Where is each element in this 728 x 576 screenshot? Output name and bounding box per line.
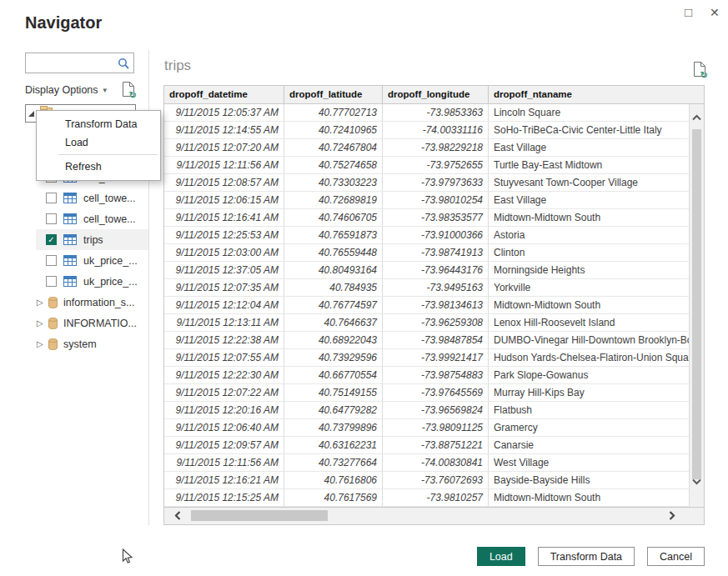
cell-dropoff_ntaname: Midtown-Midtown South: [489, 209, 690, 227]
scroll-down-icon[interactable]: [692, 478, 701, 485]
transform-data-button[interactable]: Transform Data: [538, 547, 635, 566]
cell-dropoff_longitude: -73.98229218: [383, 139, 489, 157]
cell-dropoff_ntaname: Stuyvesant Town-Cooper Village: [489, 174, 690, 192]
database-icon: [48, 318, 58, 329]
table-icon: [63, 276, 77, 287]
refresh-preview-icon[interactable]: ↻: [693, 62, 705, 77]
menu-separator: [58, 154, 158, 155]
cell-dropoff_longitude: -73.96443176: [383, 262, 489, 279]
cell-dropoff_longitude: -73.9495163: [383, 279, 489, 297]
column-header-dropoff_latitude[interactable]: dropoff_latitude: [284, 86, 383, 104]
scroll-right-icon[interactable]: [669, 511, 675, 520]
cell-dropoff_longitude: -73.99921417: [383, 349, 489, 367]
tree-item-information-s[interactable]: ▷information_s...: [36, 292, 148, 313]
cell-dropoff_latitude: 40.80493164: [284, 262, 383, 279]
cell-dropoff_datetime: 9/11/2015 12:03:00 AM: [164, 244, 284, 262]
search-box[interactable]: [25, 53, 134, 73]
checkbox[interactable]: [46, 255, 57, 266]
cell-dropoff_ntaname: Bayside-Bayside Hills: [489, 472, 690, 489]
cell-dropoff_ntaname: Lenox Hill-Roosevelt Island: [489, 314, 690, 332]
horizontal-scrollbar[interactable]: [164, 507, 704, 524]
checkbox[interactable]: [46, 213, 57, 224]
cell-dropoff_longitude: -73.91000366: [383, 227, 489, 244]
menu-item-refresh[interactable]: Refresh: [37, 158, 160, 176]
refresh-preview-icon[interactable]: ↻: [122, 82, 134, 97]
table-row: 9/11/2015 12:07:22 AM40.75149155-73.9764…: [164, 384, 690, 402]
collapse-icon[interactable]: [28, 111, 34, 117]
cell-dropoff_latitude: 40.73277664: [284, 454, 383, 472]
vertical-scrollbar[interactable]: [690, 104, 704, 507]
cell-dropoff_ntaname: Flatbush: [489, 402, 690, 419]
search-icon[interactable]: [118, 58, 129, 69]
cell-dropoff_latitude: 40.74606705: [284, 209, 383, 227]
tree-item-cell-towe[interactable]: cell_towe...: [36, 208, 148, 229]
tree-item-trips[interactable]: ✓trips: [36, 229, 148, 250]
cell-dropoff_ntaname: Astoria: [489, 227, 690, 244]
tree-item-uk-price[interactable]: uk_price_...: [36, 250, 148, 271]
tree-item-label: information_s...: [63, 297, 134, 308]
expand-icon[interactable]: ▷: [37, 298, 47, 307]
cell-dropoff_latitude: 40.63162231: [284, 437, 383, 454]
checkbox[interactable]: [46, 193, 57, 203]
table-row: 9/11/2015 12:15:25 AM40.7617569-73.98102…: [164, 489, 690, 507]
tree-item-system[interactable]: ▷system: [36, 333, 148, 354]
cell-dropoff_latitude: 40.72467804: [284, 139, 383, 157]
checkbox[interactable]: [46, 276, 57, 287]
table-row: 9/11/2015 12:06:15 AM40.72689819-73.9801…: [164, 192, 690, 209]
display-options-dropdown[interactable]: Display Options ▾: [25, 84, 107, 96]
expand-icon[interactable]: ▷: [37, 318, 47, 328]
cell-dropoff_datetime: 9/11/2015 12:07:35 AM: [164, 279, 284, 297]
tree-item-uk-price[interactable]: uk_price_...: [36, 271, 148, 292]
column-header-dropoff_ntaname[interactable]: dropoff_ntaname: [489, 86, 704, 104]
tree-item-informatio[interactable]: ▷INFORMATIO...: [36, 313, 148, 333]
table-icon: [63, 255, 77, 266]
table-row: 9/11/2015 12:06:40 AM40.73799896-73.9809…: [164, 419, 690, 437]
database-icon: [48, 338, 58, 350]
cell-dropoff_latitude: 40.73303223: [284, 174, 383, 192]
cell-dropoff_ntaname: Midtown-Midtown South: [489, 297, 690, 314]
cell-dropoff_latitude: 40.64779282: [284, 402, 383, 419]
cell-dropoff_datetime: 9/11/2015 12:07:55 AM: [164, 349, 284, 367]
cell-dropoff_ntaname: Midtown-Midtown South: [489, 489, 690, 507]
maximize-button[interactable]: □: [685, 5, 692, 20]
menu-item-load[interactable]: Load: [37, 133, 160, 152]
cell-dropoff_datetime: 9/11/2015 12:09:57 AM: [164, 437, 284, 454]
search-input[interactable]: [26, 53, 118, 73]
cell-dropoff_ntaname: East Village: [489, 192, 690, 209]
menu-item-transform-data[interactable]: Transform Data: [37, 115, 160, 133]
load-button[interactable]: Load: [477, 547, 525, 566]
cell-dropoff_datetime: 9/11/2015 12:07:22 AM: [164, 384, 284, 402]
close-button[interactable]: ✕: [710, 5, 720, 20]
dialog-title: Navigator: [25, 13, 102, 33]
cell-dropoff_datetime: 9/11/2015 12:14:55 AM: [164, 122, 284, 139]
table-icon: [63, 234, 77, 245]
table-row: 9/11/2015 12:07:55 AM40.73929596-73.9992…: [164, 349, 690, 367]
cell-dropoff_datetime: 9/11/2015 12:37:05 AM: [164, 262, 284, 279]
scroll-left-icon[interactable]: [174, 511, 181, 520]
cell-dropoff_longitude: -74.00331116: [383, 122, 489, 139]
vertical-scroll-thumb[interactable]: [692, 129, 701, 479]
column-header-dropoff_datetime[interactable]: dropoff_datetime: [164, 86, 284, 104]
tree-item-cell-towe[interactable]: cell_towe...: [36, 188, 148, 208]
cell-dropoff_longitude: -73.88751221: [383, 437, 489, 454]
cancel-button[interactable]: Cancel: [647, 547, 705, 566]
cell-dropoff_latitude: 40.76559448: [284, 244, 383, 262]
database-icon: [48, 297, 58, 308]
table-row: 9/11/2015 12:11:56 AM40.73277664-74.0083…: [164, 454, 690, 472]
scroll-up-icon[interactable]: [692, 114, 701, 121]
cell-dropoff_longitude: -73.98741913: [383, 244, 489, 262]
expand-icon[interactable]: ▷: [37, 339, 47, 348]
column-header-dropoff_longitude[interactable]: dropoff_longitude: [383, 86, 489, 104]
table-row: 9/11/2015 12:11:56 AM40.75274658-73.9752…: [164, 157, 690, 174]
table-row: 9/11/2015 12:12:04 AM40.76774597-73.9813…: [164, 297, 690, 314]
checkbox[interactable]: ✓: [46, 234, 57, 245]
cell-dropoff_datetime: 9/11/2015 12:05:37 AM: [164, 104, 284, 122]
cell-dropoff_latitude: 40.7646637: [284, 314, 383, 332]
cell-dropoff_latitude: 40.7617569: [284, 489, 383, 507]
cell-dropoff_longitude: -73.96259308: [383, 314, 489, 332]
tree-item-label: cell_towe...: [83, 213, 136, 225]
cell-dropoff_datetime: 9/11/2015 12:25:53 AM: [164, 227, 284, 244]
cell-dropoff_latitude: 40.75149155: [284, 384, 383, 402]
horizontal-scroll-thumb[interactable]: [191, 510, 328, 521]
cell-dropoff_datetime: 9/11/2015 12:11:56 AM: [164, 157, 284, 174]
